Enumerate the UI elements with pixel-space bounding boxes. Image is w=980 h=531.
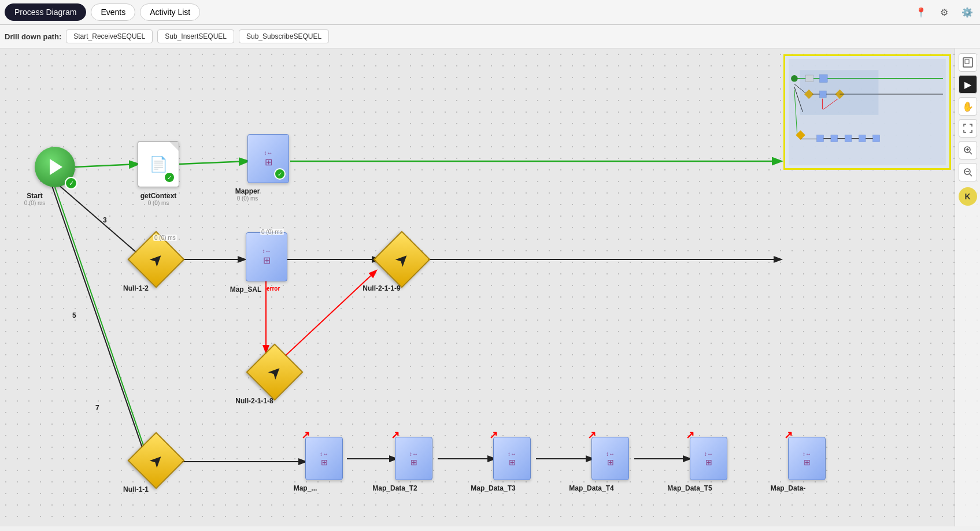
map-bottom-1-error: ↗ xyxy=(301,429,310,441)
fit-icon[interactable] xyxy=(959,119,977,138)
tab-activity-list[interactable]: Activity List xyxy=(140,3,200,21)
mapdata-more-label: Map_Data- xyxy=(771,484,806,492)
getcontext-node[interactable]: 📄 ✓ getContext 0 (0) ms xyxy=(138,141,179,187)
null12-label: Null-1-2 xyxy=(123,284,149,292)
svg-rect-44 xyxy=(963,58,972,67)
minimap-svg xyxy=(785,56,949,168)
arrow-num-5: 5 xyxy=(72,311,76,320)
start-label: Start xyxy=(27,192,42,200)
hand-tool-icon[interactable]: ✋ xyxy=(959,97,977,116)
settings2-icon[interactable]: ⚙️ xyxy=(959,4,975,20)
svg-rect-38 xyxy=(873,135,880,142)
breadcrumb-item-1[interactable]: Sub_InsertSEQUEL xyxy=(157,29,234,43)
svg-point-18 xyxy=(791,75,798,82)
svg-rect-36 xyxy=(845,135,852,142)
map-bottom-1-label: Map_... xyxy=(294,484,317,492)
svg-line-1 xyxy=(179,161,247,164)
null12-ms-label: 0 (0) ms xyxy=(153,235,177,241)
zoom-out-icon[interactable] xyxy=(959,163,977,181)
minimap-icon[interactable] xyxy=(959,53,977,72)
settings-icon[interactable]: ⚙ xyxy=(936,4,952,20)
mapdata-t3-icon: ↕↔ ⊞ xyxy=(508,451,516,467)
zoom-in-icon[interactable] xyxy=(959,141,977,159)
mapper-icon: ↕↔ ⊞ xyxy=(264,150,273,168)
header-icons: 📍 ⚙ ⚙️ xyxy=(913,4,975,20)
mapdata-more-error: ↗ xyxy=(784,429,793,441)
getcontext-sublabel: 0 (0) ms xyxy=(148,200,169,206)
mapdata-t2-label: Map_Data_T2 xyxy=(372,484,417,492)
user-avatar[interactable]: K xyxy=(959,187,977,206)
mapdata-t3-error: ↗ xyxy=(489,429,498,441)
arrow-num-3: 3 xyxy=(103,216,107,224)
breadcrumb-label: Drill down path: xyxy=(5,32,61,41)
null11-arrow: ➤ xyxy=(145,449,168,472)
null12-arrow: ➤ xyxy=(145,248,168,271)
map-bottom-1-icon: ↕↔ ⊞ xyxy=(320,451,328,467)
mapper-label: Mapper xyxy=(235,187,260,195)
start-sublabel: 0 (0) ms xyxy=(24,200,46,206)
svg-line-9 xyxy=(52,186,146,458)
svg-line-0 xyxy=(75,164,138,167)
mapdata-t5-icon: ↕↔ ⊞ xyxy=(704,451,713,467)
tab-events[interactable]: Events xyxy=(91,3,135,21)
null2119-arrow: ➤ xyxy=(390,248,413,271)
svg-rect-45 xyxy=(965,60,969,64)
svg-rect-43 xyxy=(800,70,879,115)
breadcrumb-item-0[interactable]: Start_ReceiveSEQUEL xyxy=(66,29,153,43)
svg-rect-34 xyxy=(817,135,824,142)
null2118-label: Null-2-1-1-8 xyxy=(235,397,273,405)
canvas-area: ✓ Start 0 (0) ms 📄 ✓ getContext 0 (0) ms… xyxy=(0,49,980,526)
svg-line-10 xyxy=(55,187,148,459)
arrow-num-7: 7 xyxy=(95,404,99,412)
svg-rect-37 xyxy=(859,135,866,142)
tab-process-diagram[interactable]: Process Diagram xyxy=(5,3,86,21)
mapsal-icon: ↕↔ ⊞ xyxy=(262,248,271,266)
cursor-tool-icon[interactable]: ▶ xyxy=(959,75,977,94)
right-toolbar: ▶ ✋ K xyxy=(955,49,980,526)
mapdata-t2-error: ↗ xyxy=(391,429,400,441)
mapdata-t3-label: Map_Data_T3 xyxy=(471,484,515,492)
breadcrumb: Drill down path: Start_ReceiveSEQUEL Sub… xyxy=(0,25,980,49)
svg-line-51 xyxy=(970,174,972,176)
svg-line-8 xyxy=(283,271,376,358)
minimap-inner xyxy=(785,56,949,168)
null11-label: Null-1-1 xyxy=(123,485,149,493)
mapsal-error-label: error xyxy=(267,285,280,292)
breadcrumb-item-2[interactable]: Sub_SubscribeSEQUEL xyxy=(239,29,329,43)
mapper-sublabel: 0 (0) ms xyxy=(237,195,258,202)
mapdata-more-icon: ↕↔ ⊞ xyxy=(803,451,811,467)
getcontext-label: getContext xyxy=(140,192,177,200)
mapdata-t4-error: ↗ xyxy=(587,429,596,441)
svg-line-3 xyxy=(58,184,145,259)
null2119-label: Null-2-1-1-9 xyxy=(363,284,400,292)
location-icon[interactable]: 📍 xyxy=(913,4,929,20)
minimap[interactable] xyxy=(783,54,951,170)
mapsal-label: Map_SAL xyxy=(230,285,262,294)
header: Process Diagram Events Activity List 📍 ⚙… xyxy=(0,0,980,25)
mapdata-t2-icon: ↕↔ ⊞ xyxy=(409,451,418,467)
svg-rect-35 xyxy=(831,135,838,142)
mapsal-ms-label: 0 (0) ms xyxy=(260,229,284,235)
svg-line-47 xyxy=(970,152,972,154)
start-check-badge: ✓ xyxy=(65,177,77,190)
mapdata-t5-label: Map_Data_T5 xyxy=(667,484,712,492)
mapdata-t4-label: Map_Data_T4 xyxy=(569,484,613,492)
null2118-arrow: ➤ xyxy=(263,361,286,384)
mapdata-t4-icon: ↕↔ ⊞ xyxy=(606,451,615,467)
mapdata-t5-error: ↗ xyxy=(686,429,694,441)
